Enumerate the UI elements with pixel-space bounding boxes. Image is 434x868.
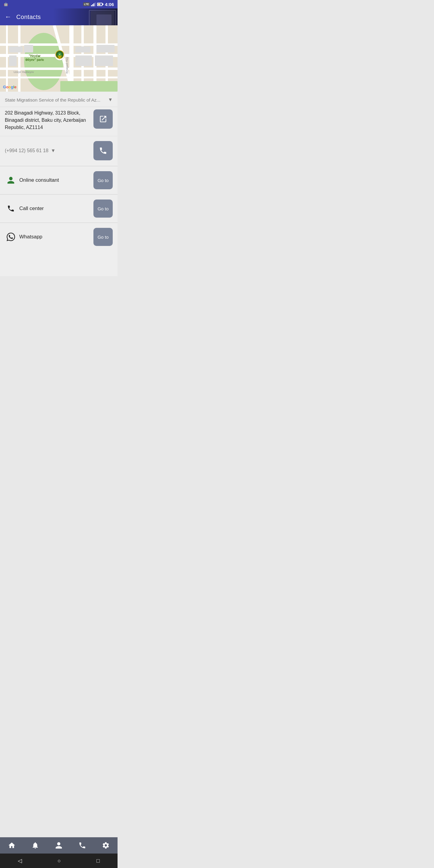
status-icons: LTE ⚡ 4:06 xyxy=(83,2,114,7)
call-center-icon xyxy=(5,205,17,213)
svg-rect-16 xyxy=(75,46,90,53)
location-selector-text: State Migratison Service of the Republic… xyxy=(5,97,105,102)
whatsapp-label: Whatsapp xyxy=(19,234,90,240)
address-text: 202 Binagadi Highway, 3123 Block, Binaga… xyxy=(5,110,90,131)
phone-block: (+994 12) 565 61 18 ▼ xyxy=(0,137,118,166)
svg-text:"Heydər: "Heydər xyxy=(29,54,40,58)
online-consultant-goto-button[interactable]: Go to xyxy=(93,171,113,189)
map-svg: "Heydər Əliyev" parkı Binagadi Hwy Uzeyi… xyxy=(0,25,118,92)
svg-rect-3 xyxy=(0,67,118,70)
svg-rect-20 xyxy=(60,81,118,92)
svg-text:Uzeyir Hajibeyov: Uzeyir Hajibeyov xyxy=(13,70,34,73)
location-selector[interactable]: State Migratison Service of the Republic… xyxy=(0,92,118,107)
status-bar: 🤖 LTE ⚡ 4:06 xyxy=(0,0,118,8)
whatsapp-icon xyxy=(5,233,17,241)
header-bg xyxy=(53,8,118,25)
svg-rect-15 xyxy=(9,56,17,66)
svg-rect-4 xyxy=(0,76,118,79)
page-title: Contacts xyxy=(16,13,41,21)
whatsapp-item: Whatsapp Go to xyxy=(0,223,118,276)
phone-dropdown-arrow: ▼ xyxy=(51,148,56,153)
call-center-goto-button[interactable]: Go to xyxy=(93,199,113,218)
svg-rect-13 xyxy=(9,46,23,53)
header: ← Contacts xyxy=(0,8,118,25)
call-center-item: Call center Go to xyxy=(0,194,118,222)
svg-text:Binagadi Hwy: Binagadi Hwy xyxy=(65,57,68,73)
online-consultant-label: Online consultant xyxy=(19,177,90,183)
phone-selector[interactable]: (+994 12) 565 61 18 ▼ xyxy=(5,148,90,153)
svg-text:✦: ✦ xyxy=(59,53,61,56)
svg-rect-11 xyxy=(6,25,8,92)
whatsapp-logo-icon xyxy=(7,233,15,241)
call-button[interactable] xyxy=(93,141,113,160)
divider-2 xyxy=(0,136,118,136)
phone-icon xyxy=(7,205,15,213)
person-green-icon xyxy=(7,176,15,184)
phone-call-icon xyxy=(99,147,107,155)
lte-badge: LTE xyxy=(83,2,90,6)
svg-rect-19 xyxy=(95,56,113,66)
svg-rect-14 xyxy=(24,45,33,53)
svg-rect-10 xyxy=(18,25,21,92)
call-center-label: Call center xyxy=(19,206,90,212)
phone-number: (+994 12) 565 61 18 xyxy=(5,148,49,153)
svg-rect-17 xyxy=(96,45,115,53)
svg-rect-18 xyxy=(75,56,92,66)
back-button[interactable]: ← xyxy=(5,13,11,20)
svg-text:Əliyev" parkı: Əliyev" parkı xyxy=(25,58,44,61)
whatsapp-goto-button[interactable]: Go to xyxy=(93,228,113,246)
map-container[interactable]: "Heydər Əliyev" parkı Binagadi Hwy Uzeyi… xyxy=(0,25,118,92)
open-map-button[interactable] xyxy=(93,110,113,129)
address-block: 202 Binagadi Highway, 3123 Block, Binaga… xyxy=(0,107,118,136)
battery-icon: ⚡ xyxy=(97,3,102,6)
android-icon: 🤖 xyxy=(4,2,8,6)
location-selector-arrow: ▼ xyxy=(108,97,113,102)
external-link-icon xyxy=(99,115,107,123)
time: 4:06 xyxy=(105,2,114,7)
google-logo: Google xyxy=(3,85,17,89)
online-consultant-item: Online consultant Go to xyxy=(0,166,118,194)
signal-icon xyxy=(91,2,96,6)
online-consultant-icon xyxy=(5,176,17,184)
content-area: State Migratison Service of the Republic… xyxy=(0,92,118,276)
